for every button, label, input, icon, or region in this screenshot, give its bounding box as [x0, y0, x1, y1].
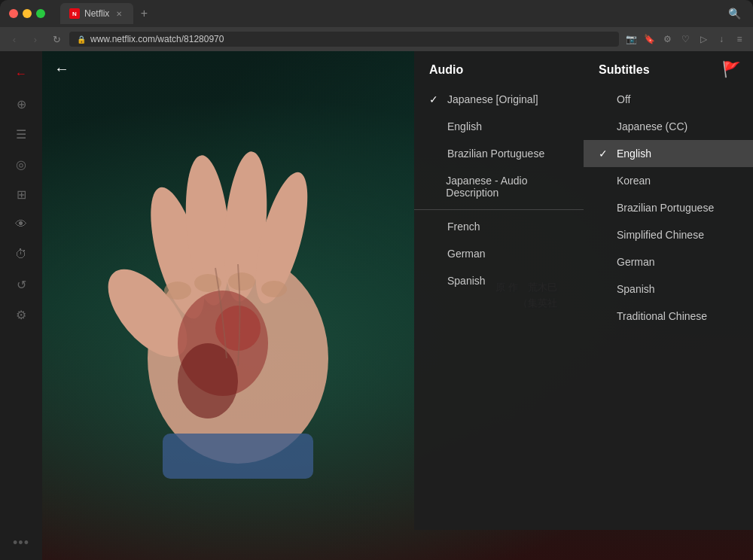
video-area: 原 作 荒木⺒ （集英社 ← 🚩 Audio ✓ Japanese [Origi…	[42, 51, 753, 560]
settings-icon[interactable]: ⚙	[660, 32, 675, 47]
sidebar-icon-circle[interactable]: ◎	[8, 151, 35, 178]
subtitle-item-label: Spanish	[617, 283, 655, 295]
close-traffic-light[interactable]	[9, 9, 18, 18]
minimize-traffic-light[interactable]	[23, 9, 32, 18]
flag-button[interactable]: 🚩	[722, 60, 741, 78]
heart-icon[interactable]: ♡	[678, 32, 693, 47]
maximize-traffic-light[interactable]	[36, 9, 45, 18]
menu-icon[interactable]: ≡	[732, 32, 747, 47]
subtitle-item-japanese-cc[interactable]: Japanese (CC)	[584, 113, 753, 140]
back-nav-button[interactable]: ‹	[6, 31, 23, 47]
audio-divider	[414, 209, 584, 210]
subtitle-item-brazilian-portuguese[interactable]: Brazilian Portuguese	[584, 194, 753, 221]
subtitle-item-label: German	[617, 256, 655, 268]
title-bar: N Netflix ✕ + 🔍	[0, 0, 753, 27]
svg-point-14	[261, 281, 287, 297]
subtitle-item-english[interactable]: ✓ English	[584, 140, 753, 167]
svg-point-13	[228, 272, 255, 291]
lock-icon: 🔒	[77, 35, 86, 44]
audio-item-label: French	[447, 221, 480, 233]
subtitle-item-label: Simplified Chinese	[617, 229, 704, 241]
audio-item-english[interactable]: English	[414, 113, 584, 140]
audio-column: Audio ✓ Japanese [Original] English Braz…	[414, 51, 584, 530]
subtitle-item-simplified-chinese[interactable]: Simplified Chinese	[584, 221, 753, 248]
subtitle-item-korean[interactable]: Korean	[584, 167, 753, 194]
audio-item-label: English	[447, 120, 482, 132]
sidebar-icon-timer[interactable]: ⏱	[8, 241, 35, 268]
audio-item-label: Brazilian Portuguese	[447, 148, 544, 160]
check-icon: ✓	[429, 93, 441, 105]
sidebar-icon-refresh[interactable]: ↺	[8, 271, 35, 298]
screenshot-icon[interactable]: 📷	[623, 32, 639, 47]
subtitles-column: Subtitles Off Japanese (CC) ✓ English Ko…	[584, 51, 753, 530]
sidebar-icon-back[interactable]: ←	[8, 60, 35, 87]
subtitle-item-off[interactable]: Off	[584, 86, 753, 113]
sidebar-icon-add[interactable]: ⊕	[8, 90, 35, 117]
url-text: www.netflix.com/watch/81280970	[90, 34, 224, 44]
browser-search-icon[interactable]: 🔍	[728, 8, 744, 20]
play-icon[interactable]: ▷	[696, 32, 711, 47]
sidebar-icon-menu[interactable]: ☰	[8, 120, 35, 148]
bookmark-icon[interactable]: 🔖	[642, 32, 657, 47]
refresh-nav-button[interactable]: ↻	[48, 31, 65, 47]
subtitle-item-traditional-chinese[interactable]: Traditional Chinese	[584, 303, 753, 330]
audio-item-german[interactable]: German	[414, 240, 584, 267]
audio-item-french[interactable]: French	[414, 213, 584, 240]
svg-rect-10	[163, 434, 313, 479]
svg-point-8	[178, 343, 238, 418]
subtitle-item-label: English	[617, 148, 651, 160]
hand-illustration	[87, 81, 373, 515]
check-icon: ✓	[599, 148, 611, 160]
active-tab[interactable]: N Netflix ✕	[60, 3, 133, 24]
sidebar-icon-grid[interactable]: ⊞	[8, 181, 35, 208]
audio-item-brazilian-portuguese[interactable]: Brazilian Portuguese	[414, 140, 584, 167]
content-area: ← ⊕ ☰ ◎ ⊞ 👁 ⏱ ↺ ⚙ •••	[0, 51, 753, 560]
subtitle-item-label: Korean	[617, 175, 651, 187]
subtitle-item-label: Off	[617, 93, 630, 105]
audio-item-label: Japanese [Original]	[447, 93, 538, 105]
nav-bar: ‹ › ↻ 🔒 www.netflix.com/watch/81280970 📷…	[0, 27, 753, 51]
audio-item-label: Japanese - Audio Description	[446, 175, 569, 199]
forward-nav-button[interactable]: ›	[27, 31, 44, 47]
av-panel: Audio ✓ Japanese [Original] English Braz…	[414, 51, 753, 530]
new-tab-button[interactable]: +	[136, 6, 151, 21]
svg-point-11	[164, 282, 191, 300]
browser-chrome: N Netflix ✕ + 🔍 ‹ › ↻ 🔒 www.netflix.com/…	[0, 0, 753, 51]
audio-item-spanish[interactable]: Spanish	[414, 267, 584, 294]
sidebar-bottom-dots: •••	[13, 535, 29, 551]
back-button[interactable]: ←	[54, 60, 69, 78]
tab-close-button[interactable]: ✕	[114, 8, 124, 19]
netflix-favicon: N	[69, 8, 80, 19]
tab-bar: N Netflix ✕ +	[60, 3, 722, 24]
browser-nav-icons: 📷 🔖 ⚙ ♡ ▷ ↓ ≡	[623, 32, 747, 47]
audio-item-japanese-original[interactable]: ✓ Japanese [Original]	[414, 86, 584, 113]
audio-item-japanese-ad[interactable]: Japanese - Audio Description	[414, 167, 584, 206]
download-icon[interactable]: ↓	[714, 32, 729, 47]
url-bar[interactable]: 🔒 www.netflix.com/watch/81280970	[69, 32, 619, 47]
sidebar-icon-eye[interactable]: 👁	[8, 211, 35, 238]
subtitle-item-label: Japanese (CC)	[617, 120, 687, 132]
traffic-lights	[9, 9, 45, 18]
audio-header: Audio	[414, 63, 584, 86]
subtitle-item-spanish[interactable]: Spanish	[584, 275, 753, 303]
audio-item-label: Spanish	[447, 275, 486, 287]
subtitle-item-german[interactable]: German	[584, 248, 753, 275]
subtitle-item-label: Traditional Chinese	[617, 310, 707, 322]
tab-title: Netflix	[84, 8, 109, 19]
audio-item-label: German	[447, 248, 486, 260]
subtitle-item-label: Brazilian Portuguese	[617, 202, 714, 214]
sidebar-icon-settings[interactable]: ⚙	[8, 301, 35, 328]
sidebar: ← ⊕ ☰ ◎ ⊞ 👁 ⏱ ↺ ⚙ •••	[0, 51, 42, 560]
